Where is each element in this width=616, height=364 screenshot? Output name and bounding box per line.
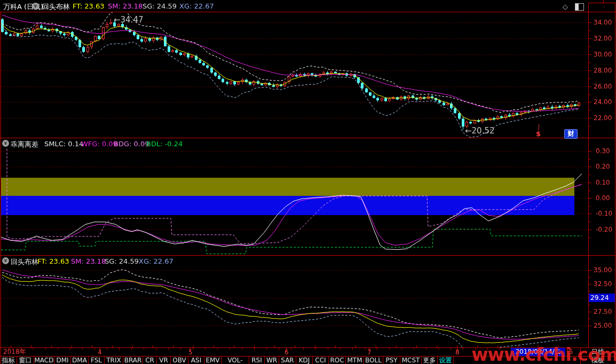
toolbar-item-PSY[interactable]: PSY <box>383 357 400 364</box>
xg-value: XG: 22.67 <box>179 2 214 10</box>
toolbar-item-窗口[interactable]: 窗口 <box>17 357 34 364</box>
toolbar-item-DMA[interactable]: DMA <box>71 357 89 364</box>
bottom-panel-chevron-icon[interactable]: ∨ <box>2 257 9 264</box>
main-axis-label: 26.00 <box>594 83 612 90</box>
toolbar-item-BRAR[interactable]: BRAR <box>123 357 143 364</box>
watermark: www.cfchi.com <box>471 344 616 364</box>
middle-panel-title[interactable]: 乖离离差 <box>11 140 38 149</box>
middle-axis-label: -0.10 <box>596 210 612 217</box>
timeline-month-label: 5 <box>188 349 193 356</box>
toolbar-item-EMV[interactable]: EMV <box>204 357 222 364</box>
peak-annotation: ←34.47 <box>114 15 144 25</box>
smlc-value: SMLC: 0.14 <box>44 140 83 148</box>
toolbar-item-更多[interactable]: 更多 <box>422 357 438 364</box>
toolbar-item-CCI[interactable]: CCI <box>313 357 329 364</box>
trading-app-window: 万科A (日线) ∨ 回头布林 FT: 23.63 SM: 23.18 SG: … <box>0 0 616 364</box>
toolbar-item-CR[interactable]: CR <box>143 357 157 364</box>
main-axis-label: 30.00 <box>594 51 612 58</box>
bdg-value: BDG: 0.09 <box>114 140 149 148</box>
wfg-value: WFG: 0.09 <box>81 140 117 148</box>
chart-canvas[interactable] <box>0 0 616 364</box>
toolbar-item-DMI[interactable]: DMI <box>54 357 71 364</box>
toolbar-item-设置[interactable]: 设置 <box>438 357 454 364</box>
toolbar-item-KDJ[interactable]: KDJ <box>296 357 313 364</box>
bottom-sg-value: SG: 24.59 <box>105 257 139 265</box>
split-window-icon[interactable] <box>575 3 584 11</box>
dividend-dollar-icon[interactable]: $ <box>536 130 541 138</box>
main-axis-label: 28.00 <box>594 67 612 74</box>
main-axis-label: 32.00 <box>594 35 612 42</box>
toolbar-item-指标[interactable]: 指标 <box>0 357 17 364</box>
toolbar-item-VOL-TDX[interactable]: VOL-TDX <box>222 357 249 364</box>
toolbar-item-MTM[interactable]: MTM <box>346 357 364 364</box>
trough-annotation: ←20.52 <box>465 126 495 136</box>
toolbar-item-BOLL[interactable]: BOLL <box>364 357 383 364</box>
middle-panel-chevron-icon[interactable]: ∨ <box>2 140 9 147</box>
toolbar-item-MACD[interactable]: MACD <box>34 357 54 364</box>
bottom-xg-value: XG: 22.67 <box>139 257 173 265</box>
bottom-axis-label: 35.00 <box>594 266 612 274</box>
toolbar-item-VR[interactable]: VR <box>157 357 171 364</box>
timeline-month-label: 4 <box>98 349 102 356</box>
main-axis-label: 22.00 <box>594 114 612 122</box>
middle-axis-label: 0.10 <box>596 179 610 186</box>
current-value-marker: 29.24 <box>589 294 615 302</box>
bottom-axis-label: 27.50 <box>594 308 612 315</box>
dividend-marker-stem <box>539 124 539 130</box>
split-window-fill <box>575 4 579 10</box>
toolbar-item-MCST[interactable]: MCST <box>400 357 422 364</box>
indicator-toolbar: 指标窗口MACDDMIDMAFSLTRIXBRARCRVROBVASIEMVVO… <box>0 357 454 364</box>
toolbar-item-TRIX[interactable]: TRIX <box>105 357 123 364</box>
indicator-title[interactable]: 回头布林 <box>42 2 70 12</box>
timeline-month-label: 7 <box>367 349 372 356</box>
toolbar-item-ROC[interactable]: ROC <box>329 357 346 364</box>
chevron-down-icon[interactable]: ∨ <box>32 3 39 10</box>
bottom-panel-title[interactable]: 回头布林 <box>11 257 38 267</box>
bottom-axis-label: 32.50 <box>594 280 612 288</box>
finance-cai-icon[interactable]: 财 <box>564 129 578 139</box>
timeline-month-label: 8 <box>455 349 460 356</box>
toolbar-item-RSI[interactable]: RSI <box>249 357 265 364</box>
timeline-year-label: 2018年 <box>3 348 26 356</box>
middle-axis-label: -0.20 <box>596 226 612 233</box>
timeline-month-label: 6 <box>285 349 289 356</box>
middle-axis-label: 0.20 <box>596 163 610 170</box>
bdl-value: BDL: -0.24 <box>146 140 183 148</box>
ft-value: FT: 23.63 <box>73 2 105 10</box>
middle-axis-label: 0.30 <box>596 147 610 155</box>
toolbar-item-OBV[interactable]: OBV <box>171 357 188 364</box>
sm-value: SM: 23.18 <box>108 2 143 10</box>
bottom-sm-value: SM: 23.18 <box>71 257 106 265</box>
toolbar-item-ASI[interactable]: ASI <box>188 357 204 364</box>
toolbar-item-FSL[interactable]: FSL <box>89 357 105 364</box>
toolbar-item-SAR[interactable]: SAR <box>279 357 296 364</box>
toolbar-item-WR[interactable]: WR <box>265 357 279 364</box>
middle-axis-label: 0.00 <box>596 194 610 202</box>
main-axis-label: 24.00 <box>594 98 612 106</box>
bottom-axis-label: 25.00 <box>594 322 612 329</box>
bottom-ft-value: FT: 23.63 <box>37 257 69 265</box>
sg-value: SG: 24.59 <box>143 2 177 10</box>
diamond-icon[interactable]: ◇ <box>563 3 568 11</box>
main-axis-label: 34.00 <box>594 19 612 26</box>
